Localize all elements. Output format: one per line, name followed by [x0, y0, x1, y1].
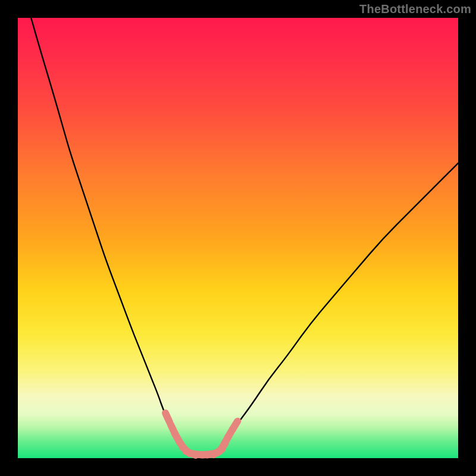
- bottleneck-curve: [31, 18, 458, 455]
- valley-marker: [165, 413, 170, 422]
- valley-marker: [232, 421, 237, 430]
- marker-group: [165, 413, 237, 455]
- outer-frame: TheBottleneck.com: [0, 0, 476, 476]
- chart-overlay: [18, 18, 458, 458]
- watermark-text: TheBottleneck.com: [359, 2, 471, 16]
